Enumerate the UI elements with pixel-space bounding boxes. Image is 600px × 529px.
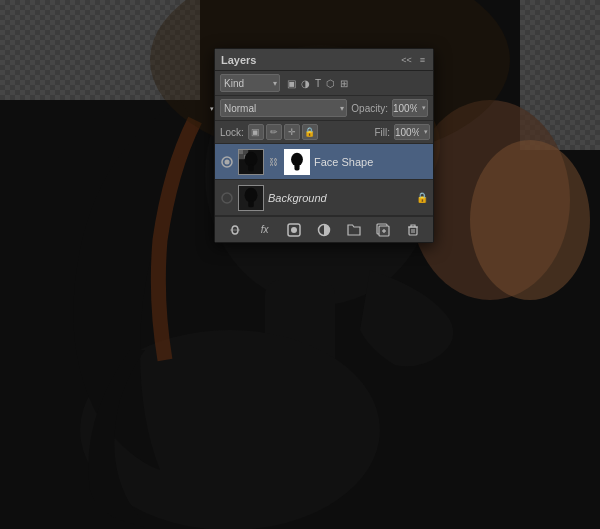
- lock-icons: ▣ ✏ ✛ 🔒: [248, 124, 371, 140]
- svg-rect-24: [239, 154, 244, 159]
- layer-visibility-face-shape[interactable]: [220, 155, 234, 169]
- kind-icons: ▣ ◑ T ⬡ ⊞: [286, 78, 349, 89]
- svg-rect-27: [248, 164, 254, 170]
- fill-wrapper[interactable]: [394, 124, 430, 140]
- lock-image-btn[interactable]: ✏: [266, 124, 282, 140]
- svg-rect-34: [248, 200, 254, 206]
- adjustment-icon[interactable]: ◑: [300, 78, 311, 89]
- kind-select-wrapper[interactable]: Kind Name Effect Mode: [220, 74, 280, 92]
- svg-rect-30: [294, 164, 299, 170]
- svg-rect-22: [239, 150, 244, 155]
- add-mask-btn[interactable]: [285, 221, 303, 239]
- opacity-label: Opacity:: [351, 103, 388, 114]
- panel-menu-btn[interactable]: ≡: [418, 55, 427, 65]
- kind-row: Kind Name Effect Mode ▣ ◑ T ⬡ ⊞: [215, 71, 433, 96]
- layer-thumb-background: [238, 185, 264, 211]
- pixel-icon[interactable]: ▣: [286, 78, 297, 89]
- panel-title: Layers: [221, 54, 256, 66]
- lock-row: Lock: ▣ ✏ ✛ 🔒 Fill: ▾: [215, 121, 433, 144]
- lock-label: Lock:: [220, 127, 244, 138]
- blend-select-wrapper[interactable]: Normal Dissolve Multiply Screen Overlay: [220, 99, 347, 117]
- shape-icon[interactable]: ⬡: [325, 78, 336, 89]
- new-layer-btn[interactable]: [374, 221, 392, 239]
- layer-name-background: Background: [268, 192, 412, 204]
- panel-toolbar: fx: [215, 216, 433, 242]
- layer-lock-icon: 🔒: [416, 192, 428, 203]
- type-icon[interactable]: T: [314, 78, 322, 89]
- new-group-btn[interactable]: [345, 221, 363, 239]
- blend-row: Normal Dissolve Multiply Screen Overlay …: [215, 96, 433, 121]
- layers-list: ⛓ Face Shape: [215, 144, 433, 216]
- svg-point-29: [291, 152, 303, 166]
- fill-label: Fill:: [374, 127, 390, 138]
- layer-name-face-shape: Face Shape: [314, 156, 428, 168]
- svg-point-31: [222, 193, 232, 203]
- blend-mode-select[interactable]: Normal Dissolve Multiply Screen Overlay: [220, 99, 347, 117]
- svg-rect-43: [409, 227, 417, 235]
- layer-visibility-background[interactable]: [220, 191, 234, 205]
- link-layers-btn[interactable]: [226, 221, 244, 239]
- smartobj-icon[interactable]: ⊞: [339, 78, 349, 89]
- lock-position-btn[interactable]: ✛: [284, 124, 300, 140]
- panel-header: Layers << ≡: [215, 49, 433, 71]
- svg-point-26: [245, 151, 258, 166]
- opacity-select-wrapper[interactable]: [392, 99, 428, 117]
- svg-point-37: [291, 227, 297, 233]
- svg-point-33: [245, 187, 258, 202]
- fill-input[interactable]: [394, 124, 430, 140]
- panel-collapse-btn[interactable]: <<: [399, 55, 414, 65]
- layer-item-face-shape[interactable]: ⛓ Face Shape: [215, 144, 433, 180]
- kind-select[interactable]: Kind Name Effect Mode: [220, 74, 280, 92]
- layer-item-background[interactable]: Background 🔒: [215, 180, 433, 216]
- delete-layer-btn[interactable]: [404, 221, 422, 239]
- svg-point-17: [470, 140, 590, 300]
- panel-controls: << ≡: [399, 55, 427, 65]
- layer-thumb-face-shape: [238, 149, 264, 175]
- svg-point-20: [225, 159, 230, 164]
- opacity-input[interactable]: [392, 99, 428, 117]
- new-fill-adjustment-btn[interactable]: [315, 221, 333, 239]
- lock-all-btn[interactable]: 🔒: [302, 124, 318, 140]
- lock-pixels-btn[interactable]: ▣: [248, 124, 264, 140]
- layer-link-icon[interactable]: ⛓: [269, 157, 278, 167]
- layer-mask-thumb-face-shape: [284, 149, 310, 175]
- layers-panel: Layers << ≡ Kind Name Effect Mode ▣ ◑ T …: [214, 48, 434, 243]
- fx-btn[interactable]: fx: [256, 221, 274, 239]
